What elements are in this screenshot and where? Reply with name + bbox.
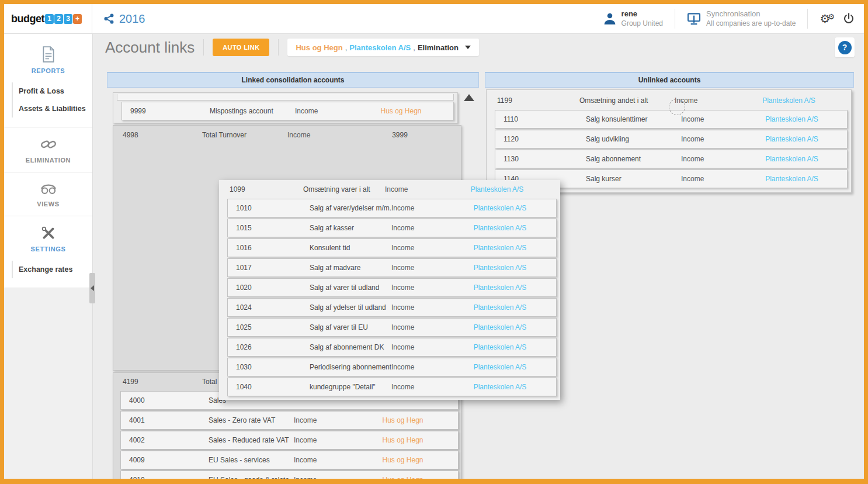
logo-word: budget xyxy=(11,13,44,25)
company-link[interactable]: Planteskolen A/S xyxy=(444,343,556,351)
company-link[interactable]: Planteskolen A/S xyxy=(444,323,556,331)
sidebar-item-exchange-rates[interactable]: Exchange rates xyxy=(19,261,92,278)
company-link[interactable]: Hus og Hegn xyxy=(348,416,458,424)
sidebar-item-profit-loss[interactable]: Profit & Loss xyxy=(19,82,92,100)
company-link[interactable]: Planteskolen A/S xyxy=(737,155,847,163)
synchronisation-status[interactable]: Synchronisation All companies are up-to-… xyxy=(687,9,796,27)
app-frame: budget 1 2 3 + 2016 xyxy=(0,0,868,484)
power-button[interactable] xyxy=(843,13,855,25)
sidebar-collapse-handle[interactable] xyxy=(89,273,95,303)
budget123-logo[interactable]: budget 1 2 3 + xyxy=(4,4,92,33)
topbar-divider xyxy=(807,9,808,29)
auto-link-button[interactable]: AUTO LINK xyxy=(213,39,269,56)
account-row-1017[interactable]: 1017Salg af madvareIncomePlanteskolen A/… xyxy=(227,258,557,277)
company-link[interactable]: Planteskolen A/S xyxy=(730,96,848,105)
sidebar-section-reports[interactable]: REPORTS Profit & Loss Assets & Liabiliti… xyxy=(4,33,92,127)
account-row-4010[interactable]: 4010EU Sales - goods & relate...IncomeHu… xyxy=(120,471,459,479)
account-type: Income xyxy=(391,323,444,331)
sidebar-section-views[interactable]: VIEWS xyxy=(4,172,92,216)
company-link[interactable]: Hus og Hegn xyxy=(348,476,458,479)
account-row-4002[interactable]: 4002Sales - Reduced rate VATIncomeHus og… xyxy=(120,431,459,450)
account-row-1026[interactable]: 1026Salg af abonnement DKIncomePlantesko… xyxy=(227,338,557,357)
company-link[interactable]: Planteskolen A/S xyxy=(438,185,557,193)
company-link[interactable]: Hus og Hegn xyxy=(348,436,458,444)
company-link[interactable]: Planteskolen A/S xyxy=(737,135,847,143)
sidebar-section-elimination[interactable]: ELIMINATION xyxy=(4,127,92,172)
company-breadcrumb-selector[interactable]: Hus og Hegn , Planteskolen A/S , Elimina… xyxy=(287,39,478,56)
scroll-up-arrow[interactable] xyxy=(464,94,474,101)
account-type: Income xyxy=(391,363,444,371)
account-type: Income xyxy=(385,185,438,193)
account-type: Income xyxy=(681,175,737,183)
logo-tiles: 1 2 3 + xyxy=(45,14,82,24)
account-row-1016[interactable]: 1016Konsulent tidIncomePlanteskolen A/S xyxy=(227,238,557,257)
budget-year-selector[interactable]: 2016 xyxy=(104,12,145,26)
sidebar-label-elimination[interactable]: ELIMINATION xyxy=(4,157,92,164)
sync-title: Synchronisation xyxy=(706,9,796,19)
company-link[interactable]: Planteskolen A/S xyxy=(444,284,556,292)
breadcrumb-company-2[interactable]: Planteskolen A/S xyxy=(349,43,411,52)
company-link[interactable]: Planteskolen A/S xyxy=(444,383,556,391)
sidebar-item-assets-liabilities[interactable]: Assets & Liabilities xyxy=(19,100,92,117)
user-menu[interactable]: rene Group United xyxy=(603,9,663,27)
account-name: Sales - Reduced rate VAT xyxy=(209,436,294,444)
sync-icon xyxy=(687,12,701,25)
company-link[interactable]: Planteskolen A/S xyxy=(737,175,847,183)
account-row-1099[interactable]: 1099Omsætning varer i altIncomePlantesko… xyxy=(221,181,557,198)
account-name: Sales - Zero rate VAT xyxy=(209,416,294,424)
account-row-4998[interactable]: 4998Total TurnoverIncome3999 xyxy=(114,127,459,143)
sidebar-label-reports[interactable]: REPORTS xyxy=(4,67,92,74)
account-row-1010[interactable]: 1010Salg af varer/ydelser m/m...IncomePl… xyxy=(227,199,557,217)
sidebar-filler xyxy=(4,288,92,479)
unlinked-panel-title: Unlinked accounts xyxy=(485,72,854,88)
account-no: 1016 xyxy=(228,244,310,252)
account-no: 1099 xyxy=(221,185,303,193)
account-row-1030[interactable]: 1030Periodisering abonnementIncomePlante… xyxy=(227,358,557,376)
account-no: 1017 xyxy=(228,264,310,272)
account-row-1020[interactable]: 1020Salg af varer til udlandIncomePlante… xyxy=(227,278,557,297)
company-link[interactable]: Planteskolen A/S xyxy=(444,363,556,371)
sidebar-section-settings[interactable]: SETTINGS Exchange rates xyxy=(4,216,92,288)
account-no: 1130 xyxy=(495,155,586,163)
account-row-4001[interactable]: 4001Sales - Zero rate VATIncomeHus og He… xyxy=(120,411,459,430)
account-row-1199[interactable]: 1199Omsætning andet i altIncomePlantesko… xyxy=(489,92,848,109)
account-name: Salg af ydelser til udland xyxy=(310,303,391,312)
header-divider xyxy=(203,39,204,56)
sidebar-submenu-settings: Exchange rates xyxy=(12,261,92,278)
help-button[interactable]: ? xyxy=(835,37,855,57)
company-link[interactable]: Planteskolen A/S xyxy=(444,303,556,312)
company-link[interactable]: Planteskolen A/S xyxy=(444,244,556,252)
account-row-1015[interactable]: 1015Salg af kasserIncomePlanteskolen A/S xyxy=(227,219,557,237)
account-no: 4009 xyxy=(121,456,209,464)
sidebar-label-settings[interactable]: SETTINGS xyxy=(4,246,92,253)
account-row-1130[interactable]: 1130Salg abonnementIncomePlanteskolen A/… xyxy=(495,150,848,168)
account-name: Salg af varer/ydelser m/m... xyxy=(310,204,391,212)
company-link[interactable]: Hus og Hegn xyxy=(348,456,458,464)
breadcrumb-view[interactable]: Elimination xyxy=(418,43,459,52)
account-type: Income xyxy=(294,436,348,444)
account-name: Salg af abonnement DK xyxy=(310,343,391,351)
linked-panel-title: Linked consolidation accounts xyxy=(107,72,479,88)
company-link[interactable]: Hus og Hegn xyxy=(349,107,453,115)
company-link[interactable]: Planteskolen A/S xyxy=(444,204,556,212)
clipped-row xyxy=(117,94,454,101)
account-type: Income xyxy=(391,343,444,351)
account-row-1040[interactable]: 1040kundegruppe "Detail"IncomePlanteskol… xyxy=(227,378,557,396)
company-link[interactable]: Planteskolen A/S xyxy=(444,224,556,232)
company-link[interactable]: Planteskolen A/S xyxy=(737,115,847,123)
account-name: Mispostings account xyxy=(210,107,295,115)
account-row-1025[interactable]: 1025Salg af varer til EUIncomePlanteskol… xyxy=(227,318,557,337)
drag-ghost-popup[interactable]: 1099Omsætning varer i altIncomePlantesko… xyxy=(219,180,560,400)
account-no: 4001 xyxy=(121,416,209,424)
account-type: Income xyxy=(294,456,348,464)
company-link[interactable]: Planteskolen A/S xyxy=(444,264,556,272)
account-row-1120[interactable]: 1120Salg udviklingIncomePlanteskolen A/S xyxy=(495,130,848,148)
account-no: 1020 xyxy=(228,284,310,292)
breadcrumb-company-1[interactable]: Hus og Hegn xyxy=(296,43,342,52)
sidebar-label-views[interactable]: VIEWS xyxy=(4,200,92,208)
account-row-9999[interactable]: 9999Mispostings accountIncomeHus og Hegn xyxy=(121,102,454,120)
settings-gears-button[interactable]: ⚙ ⚙ xyxy=(820,13,835,25)
account-type: Income xyxy=(391,204,444,212)
account-row-1024[interactable]: 1024Salg af ydelser til udlandIncomePlan… xyxy=(227,298,557,317)
account-row-4009[interactable]: 4009EU Sales - servicesIncomeHus og Hegn xyxy=(120,451,459,469)
